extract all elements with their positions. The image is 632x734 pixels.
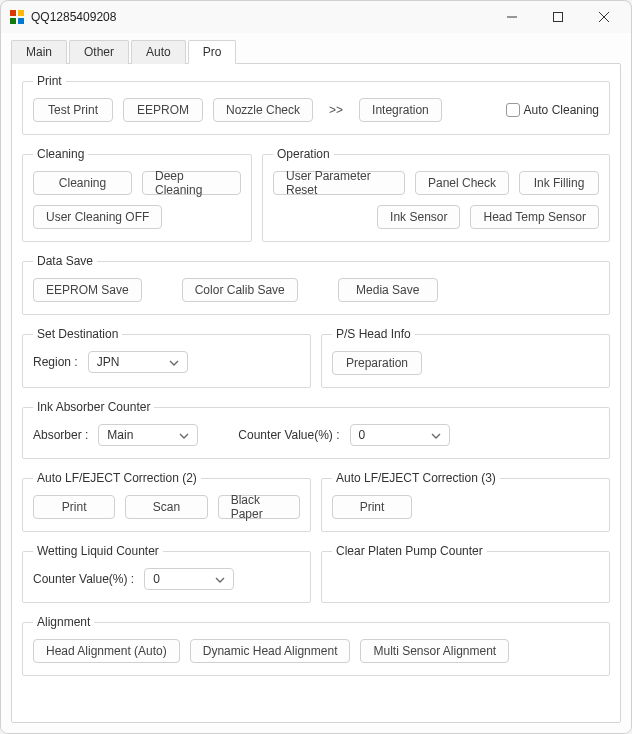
auto-cleaning-checkbox[interactable]: Auto Cleaning: [506, 103, 599, 117]
chevron-down-icon: [215, 574, 225, 584]
group-print: Print Test Print EEPROM Nozzle Check >> …: [22, 74, 610, 135]
minimize-button[interactable]: [489, 1, 535, 33]
group-auto-lf-2: Auto LF/EJECT Correction (2) Print Scan …: [22, 471, 311, 532]
print-separator: >>: [323, 98, 349, 122]
counter-value-select[interactable]: 0: [350, 424, 450, 446]
group-set-destination-legend: Set Destination: [33, 327, 122, 341]
region-value: JPN: [97, 355, 120, 369]
chevron-down-icon: [179, 430, 189, 440]
group-ink-absorber-legend: Ink Absorber Counter: [33, 400, 154, 414]
svg-rect-2: [10, 18, 16, 24]
title-bar: QQ1285409208: [1, 1, 631, 33]
group-ps-head-info-legend: P/S Head Info: [332, 327, 415, 341]
user-cleaning-off-button[interactable]: User Cleaning OFF: [33, 205, 162, 229]
user-parameter-reset-button[interactable]: User Parameter Reset: [273, 171, 405, 195]
test-print-button[interactable]: Test Print: [33, 98, 113, 122]
group-auto-lf-2-legend: Auto LF/EJECT Correction (2): [33, 471, 201, 485]
cleaning-button[interactable]: Cleaning: [33, 171, 132, 195]
group-clear-platen: Clear Platen Pump Counter: [321, 544, 610, 603]
nozzle-check-button[interactable]: Nozzle Check: [213, 98, 313, 122]
absorber-select[interactable]: Main: [98, 424, 198, 446]
lf2-scan-button[interactable]: Scan: [125, 495, 207, 519]
group-clear-platen-legend: Clear Platen Pump Counter: [332, 544, 487, 558]
wetting-counter-value: 0: [153, 572, 160, 586]
ink-filling-button[interactable]: Ink Filling: [519, 171, 599, 195]
client-area: Main Other Auto Pro Print Test Print EEP…: [1, 33, 631, 733]
tab-main[interactable]: Main: [11, 40, 67, 64]
group-print-legend: Print: [33, 74, 66, 88]
group-alignment-legend: Alignment: [33, 615, 94, 629]
group-data-save-legend: Data Save: [33, 254, 97, 268]
chevron-down-icon: [169, 357, 179, 367]
eeprom-save-button[interactable]: EEPROM Save: [33, 278, 142, 302]
group-auto-lf-3: Auto LF/EJECT Correction (3) Print: [321, 471, 610, 532]
group-wetting-legend: Wetting Liquid Counter: [33, 544, 163, 558]
color-calib-save-button[interactable]: Color Calib Save: [182, 278, 298, 302]
close-button[interactable]: [581, 1, 627, 33]
tab-other[interactable]: Other: [69, 40, 129, 64]
group-auto-lf-3-legend: Auto LF/EJECT Correction (3): [332, 471, 500, 485]
group-ink-absorber: Ink Absorber Counter Absorber : Main Cou…: [22, 400, 610, 459]
auto-cleaning-label: Auto Cleaning: [524, 103, 599, 117]
panel-check-button[interactable]: Panel Check: [415, 171, 509, 195]
checkbox-icon: [506, 103, 520, 117]
tab-strip: Main Other Auto Pro: [11, 40, 621, 64]
media-save-button[interactable]: Media Save: [338, 278, 438, 302]
group-set-destination: Set Destination Region : JPN: [22, 327, 311, 388]
group-operation: Operation User Parameter Reset Panel Che…: [262, 147, 610, 242]
group-alignment: Alignment Head Alignment (Auto) Dynamic …: [22, 615, 610, 676]
group-operation-legend: Operation: [273, 147, 334, 161]
tab-pro[interactable]: Pro: [188, 40, 237, 64]
svg-rect-5: [554, 13, 563, 22]
app-window: QQ1285409208 Main Other Auto Pro Print T…: [0, 0, 632, 734]
group-ps-head-info: P/S Head Info Preparation: [321, 327, 610, 388]
lf2-black-paper-button[interactable]: Black Paper: [218, 495, 300, 519]
counter-value: 0: [359, 428, 366, 442]
chevron-down-icon: [431, 430, 441, 440]
svg-rect-3: [18, 18, 24, 24]
absorber-label: Absorber :: [33, 428, 88, 442]
absorber-value: Main: [107, 428, 133, 442]
svg-rect-1: [18, 10, 24, 16]
wetting-counter-select[interactable]: 0: [144, 568, 234, 590]
group-data-save: Data Save EEPROM Save Color Calib Save M…: [22, 254, 610, 315]
head-temp-sensor-button[interactable]: Head Temp Sensor: [470, 205, 599, 229]
tab-pane-pro: Print Test Print EEPROM Nozzle Check >> …: [11, 63, 621, 723]
group-cleaning: Cleaning Cleaning Deep Cleaning User Cle…: [22, 147, 252, 242]
app-icon: [9, 9, 25, 25]
dynamic-head-alignment-button[interactable]: Dynamic Head Alignment: [190, 639, 351, 663]
region-select[interactable]: JPN: [88, 351, 188, 373]
ink-sensor-button[interactable]: Ink Sensor: [377, 205, 460, 229]
group-wetting: Wetting Liquid Counter Counter Value(%) …: [22, 544, 311, 603]
lf3-print-button[interactable]: Print: [332, 495, 412, 519]
deep-cleaning-button[interactable]: Deep Cleaning: [142, 171, 241, 195]
integration-button[interactable]: Integration: [359, 98, 442, 122]
maximize-button[interactable]: [535, 1, 581, 33]
eeprom-button[interactable]: EEPROM: [123, 98, 203, 122]
wetting-counter-label: Counter Value(%) :: [33, 572, 134, 586]
svg-rect-0: [10, 10, 16, 16]
lf2-print-button[interactable]: Print: [33, 495, 115, 519]
tab-auto[interactable]: Auto: [131, 40, 186, 64]
window-title: QQ1285409208: [31, 10, 489, 24]
group-cleaning-legend: Cleaning: [33, 147, 88, 161]
counter-value-label: Counter Value(%) :: [238, 428, 339, 442]
region-label: Region :: [33, 355, 78, 369]
head-alignment-auto-button[interactable]: Head Alignment (Auto): [33, 639, 180, 663]
preparation-button[interactable]: Preparation: [332, 351, 422, 375]
multi-sensor-alignment-button[interactable]: Multi Sensor Alignment: [360, 639, 509, 663]
